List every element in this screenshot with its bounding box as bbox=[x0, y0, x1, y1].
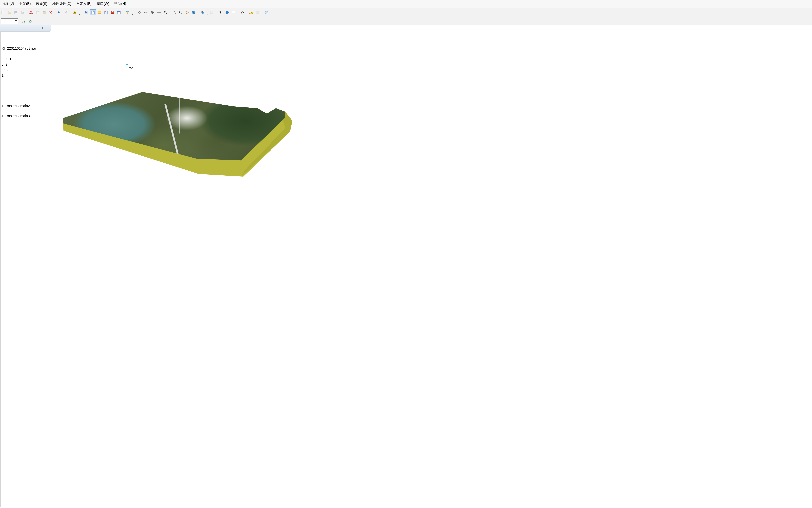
clear-selection-button bbox=[209, 9, 215, 15]
redo-button bbox=[63, 9, 69, 15]
content-area: 图_220116164753.jpg and_1 d_2 nd_3 1 1_Ra… bbox=[0, 26, 812, 508]
toc-raster-domain-3[interactable]: 1_RasterDomain3 bbox=[2, 113, 49, 119]
svg-rect-15 bbox=[92, 11, 92, 13]
secondary-toolbar bbox=[0, 17, 812, 26]
catalog-button[interactable] bbox=[96, 9, 102, 15]
menu-geoprocessing[interactable]: 地理处理(G) bbox=[50, 1, 74, 7]
svg-rect-47 bbox=[43, 27, 45, 29]
scene-tree-button[interactable] bbox=[90, 9, 96, 15]
add-data-dropdown[interactable] bbox=[78, 9, 81, 15]
main-toolbar: i bbox=[0, 8, 812, 17]
svg-point-48 bbox=[130, 67, 132, 69]
toolbar-separator bbox=[170, 10, 170, 15]
svg-rect-17 bbox=[93, 12, 94, 12]
toc-panel-header bbox=[0, 26, 51, 31]
network-build-dropdown[interactable] bbox=[34, 18, 36, 24]
toc-item-1[interactable]: 1 bbox=[2, 73, 49, 78]
svg-rect-25 bbox=[117, 11, 121, 12]
navigate-button[interactable] bbox=[136, 9, 142, 15]
toc-layer-image[interactable]: 图_220116164753.jpg bbox=[2, 46, 49, 52]
svg-point-44 bbox=[265, 11, 268, 14]
set-observer-button[interactable] bbox=[162, 9, 169, 15]
model-builder-dropdown[interactable] bbox=[131, 9, 134, 15]
menu-window[interactable]: 窗口(W) bbox=[94, 1, 112, 7]
fly-button[interactable] bbox=[143, 9, 149, 15]
svg-rect-8 bbox=[37, 12, 39, 14]
svg-rect-40 bbox=[232, 11, 235, 13]
delete-button[interactable] bbox=[48, 9, 54, 15]
zoom-out-button[interactable] bbox=[178, 9, 184, 15]
model-builder-button[interactable] bbox=[125, 9, 131, 15]
toolbar-separator bbox=[246, 10, 247, 15]
select-features-button[interactable] bbox=[199, 9, 205, 15]
svg-rect-12 bbox=[85, 11, 86, 12]
svg-rect-37 bbox=[210, 11, 213, 14]
zoom-to-target-button[interactable] bbox=[156, 9, 162, 15]
find-button[interactable] bbox=[239, 9, 245, 15]
toolbar-separator bbox=[238, 10, 238, 15]
svg-point-46 bbox=[24, 22, 25, 23]
save-button bbox=[13, 9, 19, 15]
toolbar-separator bbox=[70, 10, 70, 15]
toolbar-separator bbox=[198, 10, 198, 15]
pan-button[interactable] bbox=[184, 9, 190, 15]
full-extent-button[interactable] bbox=[191, 9, 197, 15]
menu-bookmarks[interactable]: 书签(B) bbox=[17, 1, 34, 7]
create-animation-button[interactable] bbox=[263, 9, 269, 15]
svg-point-31 bbox=[158, 12, 159, 13]
cut-button[interactable] bbox=[28, 9, 34, 15]
identify-button[interactable]: i bbox=[224, 9, 230, 15]
panel-close-button[interactable] bbox=[46, 26, 50, 30]
html-popup-button[interactable] bbox=[231, 9, 237, 15]
menu-customize[interactable]: 自定义(E) bbox=[74, 1, 94, 7]
toc-raster-domain-2[interactable]: 1_RasterDomain2 bbox=[2, 103, 49, 109]
svg-point-45 bbox=[22, 22, 23, 23]
svg-rect-16 bbox=[93, 11, 94, 12]
search-button[interactable] bbox=[103, 9, 109, 15]
svg-point-29 bbox=[139, 12, 140, 13]
toc-band-2[interactable]: d_2 bbox=[2, 62, 49, 67]
observer-marker-icon bbox=[127, 64, 128, 66]
scene-viewport[interactable] bbox=[51, 26, 812, 508]
toc-band-1[interactable]: and_1 bbox=[2, 56, 49, 62]
menu-bar: 视图(V) 书签(B) 选择(S) 地理处理(G) 自定义(E) 窗口(W) 帮… bbox=[0, 0, 812, 8]
svg-rect-10 bbox=[43, 11, 45, 12]
svg-point-6 bbox=[32, 13, 33, 14]
svg-text:i: i bbox=[227, 11, 228, 14]
undo-button[interactable] bbox=[56, 9, 62, 15]
print-button bbox=[19, 9, 26, 15]
new-button bbox=[0, 9, 6, 15]
toc-panel: 图_220116164753.jpg and_1 d_2 nd_3 1 1_Ra… bbox=[0, 26, 51, 508]
create-animation-dropdown[interactable] bbox=[270, 9, 272, 15]
zoom-in-button[interactable] bbox=[171, 9, 177, 15]
measure-button[interactable] bbox=[248, 9, 254, 15]
network-analyst-button[interactable] bbox=[21, 18, 27, 24]
open-button bbox=[6, 9, 12, 15]
toc-panel-body[interactable]: 图_220116164753.jpg and_1 d_2 nd_3 1 1_Ra… bbox=[0, 32, 50, 508]
toolbar-separator bbox=[135, 10, 135, 15]
network-build-button[interactable] bbox=[27, 18, 33, 24]
svg-rect-3 bbox=[21, 12, 24, 13]
center-on-target-button[interactable] bbox=[149, 9, 155, 15]
toc-button[interactable] bbox=[84, 9, 89, 15]
layer-combo[interactable] bbox=[1, 18, 18, 24]
svg-rect-2 bbox=[15, 13, 17, 14]
python-window-button[interactable] bbox=[116, 9, 122, 15]
svg-rect-4 bbox=[22, 11, 23, 12]
select-elements-button[interactable] bbox=[218, 9, 224, 15]
toolbox-button[interactable] bbox=[109, 9, 115, 15]
svg-point-32 bbox=[164, 12, 166, 13]
toolbar-separator bbox=[19, 18, 19, 24]
terrain-3d-model bbox=[58, 87, 292, 177]
toolbar-separator bbox=[262, 10, 262, 15]
toc-band-3[interactable]: nd_3 bbox=[2, 67, 49, 73]
svg-rect-19 bbox=[98, 11, 101, 12]
panel-maximize-button[interactable] bbox=[42, 26, 46, 30]
menu-selection[interactable]: 选择(S) bbox=[33, 1, 50, 7]
menu-help[interactable]: 帮助(H) bbox=[112, 1, 128, 7]
toolbar-separator bbox=[82, 10, 82, 15]
add-data-button[interactable] bbox=[72, 9, 78, 15]
menu-view[interactable]: 视图(V) bbox=[0, 1, 17, 7]
select-features-dropdown[interactable] bbox=[206, 9, 208, 15]
svg-point-5 bbox=[30, 13, 31, 14]
